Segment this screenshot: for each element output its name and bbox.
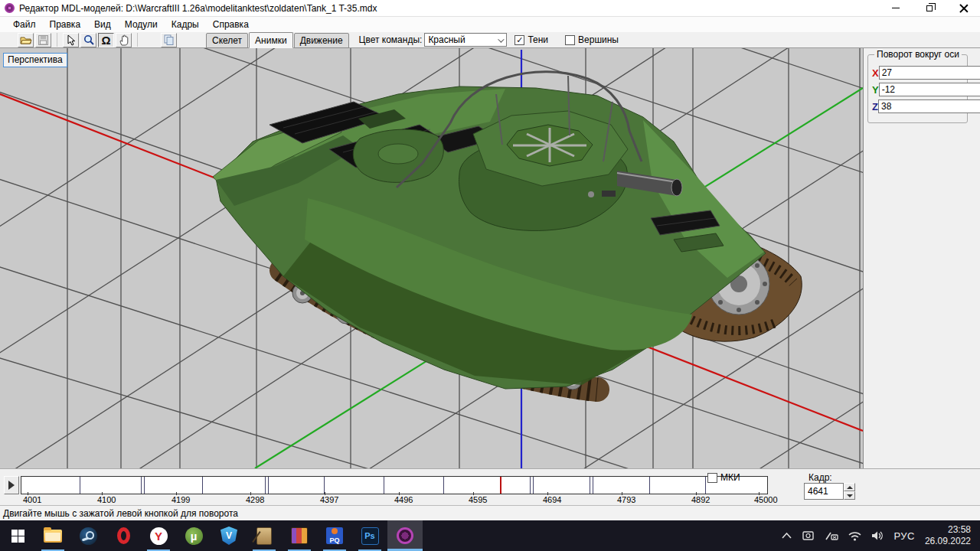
- start-button[interactable]: [0, 520, 35, 551]
- rotation-groupbox: Поворот вокруг оси X Y Z: [867, 54, 968, 123]
- timeline: 4001 4100 4199 4298 4397 4496 4595 4694 …: [0, 468, 980, 505]
- hand-icon: [119, 34, 129, 46]
- taskbar-app-winrar[interactable]: [282, 520, 317, 551]
- taskbar-app-steam[interactable]: [70, 520, 106, 551]
- timeline-tick-label: 4001: [23, 495, 41, 504]
- timeline-tick-label: 4595: [469, 495, 487, 504]
- open-folder-icon: [20, 35, 32, 45]
- status-bar: Двигайте мышь с зажатой левой кнопкой дл…: [0, 505, 980, 520]
- tab-anims[interactable]: Анимки: [249, 32, 293, 48]
- select-tool-button[interactable]: [63, 33, 79, 47]
- vertices-checkbox[interactable]: [565, 35, 575, 45]
- menu-item-edit[interactable]: Правка: [43, 18, 88, 31]
- opera-icon: [117, 527, 130, 544]
- app-icon: [5, 3, 15, 13]
- application-window: Редактор MDL-моделей: D:\WarcraftIII 1.2…: [0, 0, 980, 551]
- pq-app-icon: PQ: [326, 527, 343, 544]
- axis-y-input[interactable]: [879, 83, 980, 96]
- file-explorer-icon: [44, 530, 62, 543]
- timeline-divider: [384, 477, 384, 494]
- pan-tool-button[interactable]: [116, 33, 132, 47]
- timeline-divider: [324, 477, 325, 494]
- taskbar-app-photoshop[interactable]: Ps: [352, 520, 387, 551]
- axis-y-label: Y: [872, 84, 879, 96]
- chevron-down-icon: [498, 36, 505, 42]
- mki-label: МКИ: [720, 472, 740, 483]
- mdl-editor-icon: [397, 527, 413, 544]
- menu-item-frames[interactable]: Кадры: [165, 18, 206, 31]
- spinner-down-icon: [847, 494, 853, 497]
- team-color-value: Красный: [428, 34, 465, 45]
- taskbar-clock[interactable]: 23:58 26.09.2022: [925, 524, 975, 547]
- windows-icon: [11, 530, 24, 543]
- timeline-playhead[interactable]: [500, 477, 501, 494]
- wifi-icon[interactable]: [848, 531, 861, 541]
- viewport-3d[interactable]: Перспектива: [0, 48, 863, 468]
- menu-item-modules[interactable]: Модули: [118, 18, 165, 31]
- timeline-track[interactable]: [21, 476, 768, 494]
- yandex-browser-icon: Y: [150, 527, 168, 545]
- axis-z-label: Z: [872, 101, 878, 112]
- perspective-label[interactable]: Перспектива: [3, 53, 67, 67]
- frame-input[interactable]: [804, 483, 844, 500]
- save-button[interactable]: [35, 33, 51, 47]
- axis-x-label: X: [872, 67, 879, 79]
- taskbar-app-mdl-editor[interactable]: [387, 520, 423, 551]
- taskbar-app-pq[interactable]: PQ: [317, 520, 352, 551]
- window-titlebar: Редактор MDL-моделей: D:\WarcraftIII 1.2…: [0, 0, 980, 17]
- copy-button[interactable]: [161, 33, 177, 47]
- team-color-select[interactable]: Красный: [424, 33, 507, 47]
- timeline-divider: [649, 477, 650, 494]
- tab-skeleton[interactable]: Скелет: [206, 33, 248, 48]
- zoom-tool-button[interactable]: [80, 33, 96, 47]
- shadows-label: Тени: [528, 34, 548, 45]
- toolbar-empty-slot: [178, 33, 194, 47]
- play-icon: [8, 481, 15, 490]
- menu-item-file[interactable]: Файл: [6, 18, 43, 31]
- hidden-icons-chevron[interactable]: [782, 533, 792, 539]
- tablet-mode-icon[interactable]: [802, 530, 815, 541]
- shadows-checkbox[interactable]: ✓: [514, 35, 524, 45]
- taskbar-app-utorrent[interactable]: µ: [176, 520, 211, 551]
- timeline-tick-label: 4793: [617, 495, 635, 504]
- open-button[interactable]: [18, 33, 34, 47]
- taskbar-app-yandex[interactable]: Y: [141, 520, 176, 551]
- language-indicator[interactable]: РУС: [893, 530, 915, 542]
- taskbar-app-scroll[interactable]: [247, 520, 282, 551]
- team-color-label: Цвет команды:: [359, 34, 423, 45]
- axis-x-input[interactable]: [879, 66, 980, 80]
- timeline-divider: [268, 477, 269, 494]
- timeline-tick-label: 4298: [246, 495, 264, 504]
- taskbar-app-opera[interactable]: [106, 520, 141, 551]
- status-text: Двигайте мышь с зажатой левой кнопкой дл…: [3, 508, 238, 519]
- frame-spinner-down[interactable]: [844, 491, 855, 500]
- rotate-icon: Ω: [101, 34, 110, 46]
- rotation-panel-title: Поворот вокруг оси: [874, 49, 962, 60]
- menu-item-help[interactable]: Справка: [206, 18, 256, 31]
- toolbar-separator: [137, 33, 138, 47]
- frame-spinner-up[interactable]: [844, 483, 855, 491]
- toolbar-separator: [57, 33, 57, 47]
- menu-item-view[interactable]: Вид: [87, 18, 118, 31]
- main-area: Перспектива Поворот вокруг оси X Y Z: [0, 48, 980, 468]
- play-button[interactable]: [4, 476, 19, 494]
- toolbar-empty-slot: [143, 33, 159, 47]
- tab-movement[interactable]: Движение: [294, 33, 349, 48]
- volume-icon[interactable]: [871, 530, 884, 541]
- timeline-divider: [265, 477, 266, 494]
- scroll-icon: [256, 527, 272, 545]
- mki-checkbox[interactable]: [707, 473, 717, 483]
- close-button[interactable]: [946, 0, 980, 17]
- rotate-tool-button[interactable]: Ω: [98, 33, 114, 47]
- taskbar-app-file-explorer[interactable]: [35, 520, 70, 551]
- axis-z-input[interactable]: [878, 99, 980, 113]
- winrar-icon: [291, 527, 308, 544]
- restore-button[interactable]: [913, 0, 946, 17]
- frame-label: Кадр:: [808, 472, 832, 483]
- taskbar-app-vpn[interactable]: V: [211, 520, 247, 551]
- menu-bar: Файл Правка Вид Модули Кадры Справка: [0, 17, 980, 32]
- minimize-button[interactable]: [879, 0, 913, 17]
- ink-workspace-icon[interactable]: [825, 531, 838, 541]
- vertices-label: Вершины: [578, 34, 619, 45]
- magnifier-icon: [83, 34, 94, 45]
